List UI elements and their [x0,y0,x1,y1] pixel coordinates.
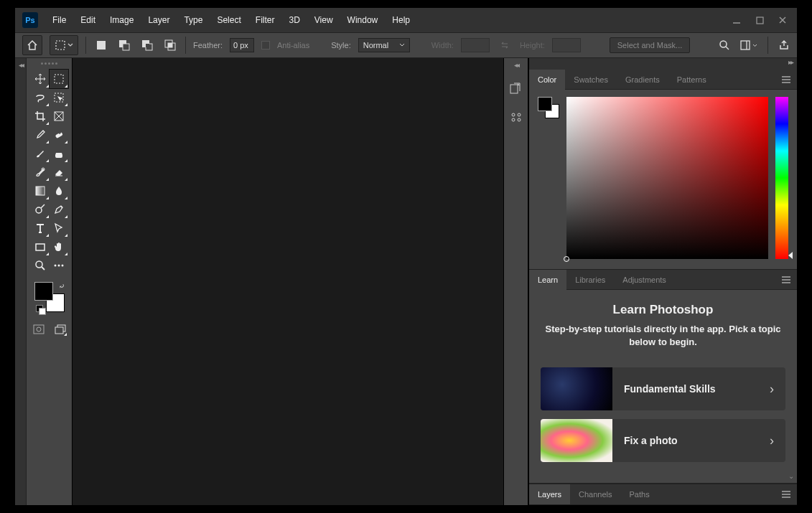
toolbox-collapse-strip: ◂◂ [15,58,27,505]
zoom-tool[interactable] [31,256,50,275]
tab-swatches[interactable]: Swatches [565,70,617,90]
learn-subtitle: Step-by-step tutorials directly in the a… [541,323,785,349]
tab-layers[interactable]: Layers [529,484,570,504]
screen-mode-button[interactable] [53,322,67,336]
move-tool[interactable] [31,70,50,88]
learn-panel: Learn Photoshop Step-by-step tutorials d… [529,290,797,484]
hamburger-icon [781,490,791,499]
search-icon [719,39,730,51]
toolbox: ⤾ [27,58,73,505]
gradient-tool[interactable] [31,182,50,200]
svg-point-33 [57,265,60,267]
hue-slider[interactable] [775,97,788,259]
tab-gradients[interactable]: Gradients [617,70,668,90]
quick-mask-button[interactable] [32,322,46,336]
lasso-tool[interactable] [31,88,50,107]
add-to-selection-button[interactable] [116,37,132,53]
share-button[interactable] [778,39,790,51]
saturation-value-picker[interactable] [566,97,768,259]
eraser-tool[interactable] [50,163,68,182]
window-minimize-button[interactable] [725,9,748,32]
menu-help[interactable]: Help [385,11,417,29]
rectangle-tool[interactable] [31,237,50,256]
window-maximize-button[interactable] [748,9,771,32]
frame-tool[interactable] [50,107,68,126]
foreground-background-colors[interactable]: ⤾ [34,282,65,312]
healing-brush-tool[interactable] [50,126,68,144]
menu-layer[interactable]: Layer [141,11,177,29]
svg-point-14 [720,41,727,47]
tab-learn[interactable]: Learn [529,270,566,290]
menu-edit[interactable]: Edit [73,11,103,29]
learn-panel-menu-button[interactable] [775,276,797,284]
properties-panel-icon[interactable] [507,108,526,126]
crop-tool[interactable] [31,107,50,126]
brush-tool[interactable] [31,144,50,163]
path-selection-tool[interactable] [50,219,68,237]
width-input[interactable] [461,38,490,52]
edit-toolbar-button[interactable] [50,256,68,275]
panel-color-swatch[interactable] [538,97,559,118]
color-panel-menu-button[interactable] [775,75,797,84]
search-button[interactable] [719,39,730,51]
tab-patterns[interactable]: Patterns [668,70,715,90]
antialias-checkbox[interactable] [261,41,270,50]
foreground-color-swatch[interactable] [34,282,53,301]
tab-adjustments[interactable]: Adjustments [614,270,675,290]
panel-grip[interactable] [35,62,64,67]
pen-tool[interactable] [50,200,68,219]
hand-tool[interactable] [50,237,68,256]
menu-window[interactable]: Window [340,11,386,29]
workspace-switcher-button[interactable] [740,40,757,50]
type-tool[interactable] [31,219,50,237]
svg-rect-18 [55,75,63,83]
expand-panels-button[interactable]: ▸▸ [788,58,793,70]
rectangular-marquee-tool[interactable] [50,70,68,88]
color-panel-tabbar: Color Swatches Gradients Patterns [529,70,797,90]
tab-channels[interactable]: Channels [570,484,620,504]
menu-view[interactable]: View [307,11,340,29]
menu-select[interactable]: Select [210,11,248,29]
workspace-icon [740,40,750,50]
collapse-midstrip-button[interactable]: ◂◂ [514,61,518,69]
select-and-mask-button[interactable]: Select and Mask... [610,37,691,53]
svg-line-15 [726,47,729,50]
clone-stamp-tool[interactable] [50,144,68,163]
card-thumbnail [541,419,612,462]
intersect-selection-button[interactable] [162,37,178,53]
swap-dimensions-button[interactable] [497,37,513,53]
history-panel-icon[interactable] [507,79,526,98]
menu-3d[interactable]: 3D [281,11,307,29]
chevron-right-icon: › [758,382,785,397]
blur-tool[interactable] [50,182,68,200]
swap-colors-icon[interactable]: ⤾ [59,282,65,290]
new-selection-button[interactable] [93,37,109,53]
tool-preset-button[interactable] [50,35,78,55]
tab-paths[interactable]: Paths [621,484,658,504]
learn-title: Learn Photoshop [541,303,785,317]
learn-card-fix-a-photo[interactable]: Fix a photo › [541,419,785,462]
menu-file[interactable]: File [45,11,73,29]
feather-input[interactable] [230,38,254,52]
collapse-toolbox-button[interactable]: ◂◂ [19,61,23,505]
tab-color[interactable]: Color [529,70,565,90]
document-canvas[interactable] [73,58,504,505]
menu-type[interactable]: Type [177,11,210,29]
learn-card-fundamental-skills[interactable]: Fundamental Skills › [541,367,785,410]
color-panel [529,90,797,270]
style-select[interactable]: Normal [358,38,410,52]
menu-image[interactable]: Image [103,11,141,29]
eyedropper-tool[interactable] [31,126,50,144]
scroll-down-icon[interactable]: ⌄ [788,472,794,480]
home-button[interactable] [22,35,42,55]
history-brush-tool[interactable] [31,163,50,182]
menu-filter[interactable]: Filter [248,11,282,29]
panel-fg-swatch[interactable] [538,97,552,111]
window-close-button[interactable] [771,9,794,32]
layers-panel-menu-button[interactable] [775,490,797,499]
dodge-tool[interactable] [31,200,50,219]
object-selection-tool[interactable] [50,88,68,107]
tab-libraries[interactable]: Libraries [566,270,614,290]
subtract-from-selection-button[interactable] [139,37,155,53]
height-input[interactable] [552,38,581,52]
